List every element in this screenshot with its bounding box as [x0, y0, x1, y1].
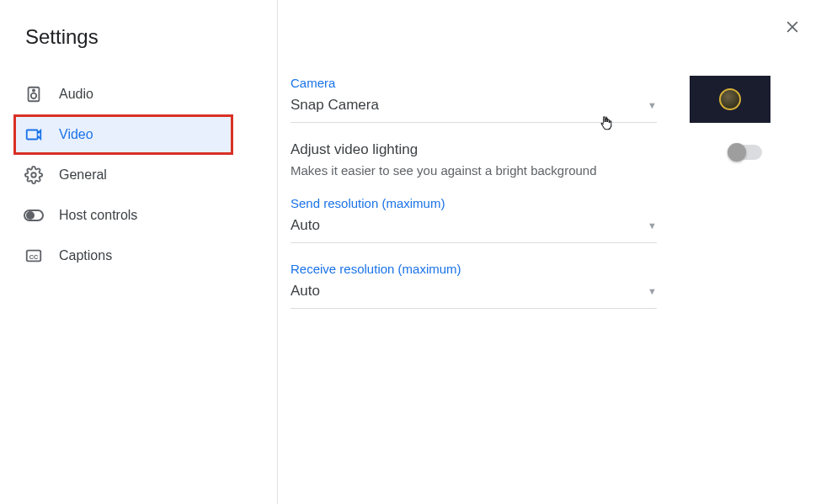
captions-icon: CC — [24, 246, 44, 266]
settings-title: Settings — [0, 25, 277, 74]
sidebar-item-label: Video — [59, 127, 93, 142]
close-icon — [784, 19, 801, 39]
sidebar-item-video[interactable]: Video — [13, 114, 233, 155]
camera-preview — [690, 76, 770, 123]
sidebar-item-host-controls[interactable]: Host controls — [0, 195, 243, 236]
settings-panel: Camera Snap Camera ▼ Adjust video lighti… — [278, 0, 821, 504]
camera-value: Snap Camera — [291, 97, 379, 114]
lighting-title: Adjust video lighting — [291, 141, 597, 158]
sidebar-item-label: Host controls — [59, 208, 137, 223]
gear-icon — [24, 165, 44, 185]
camera-dropdown[interactable]: Snap Camera ▼ — [291, 97, 657, 123]
sidebar-item-captions[interactable]: CC Captions — [0, 236, 243, 276]
sidebar: Settings Audio Video General — [0, 0, 278, 504]
svg-text:CC: CC — [29, 253, 39, 261]
sidebar-item-general[interactable]: General — [0, 155, 243, 195]
send-resolution-label: Send resolution (maximum) — [291, 196, 796, 210]
lighting-toggle[interactable] — [728, 145, 762, 160]
chevron-down-icon: ▼ — [648, 220, 657, 231]
receive-resolution-label: Receive resolution (maximum) — [291, 262, 796, 276]
sidebar-item-label: Audio — [59, 87, 93, 102]
svg-point-3 — [31, 172, 36, 178]
chevron-down-icon: ▼ — [648, 100, 657, 110]
receive-resolution-value: Auto — [291, 283, 320, 300]
sidebar-item-label: General — [59, 167, 107, 183]
svg-point-5 — [27, 212, 34, 219]
toggle-icon — [24, 205, 44, 225]
sidebar-item-audio[interactable]: Audio — [0, 74, 243, 114]
send-resolution-dropdown[interactable]: Auto ▼ — [291, 217, 657, 243]
svg-point-1 — [31, 93, 36, 98]
receive-resolution-dropdown[interactable]: Auto ▼ — [291, 283, 657, 309]
toggle-knob — [728, 143, 746, 162]
videocam-icon — [24, 125, 44, 145]
send-resolution-value: Auto — [291, 217, 320, 234]
avatar-icon — [719, 88, 741, 110]
chevron-down-icon: ▼ — [648, 286, 657, 296]
sidebar-item-label: Captions — [59, 248, 112, 263]
speaker-icon — [24, 84, 44, 104]
close-button[interactable] — [781, 17, 804, 40]
lighting-subtitle: Makes it easier to see you against a bri… — [291, 163, 597, 178]
svg-point-2 — [33, 89, 35, 91]
